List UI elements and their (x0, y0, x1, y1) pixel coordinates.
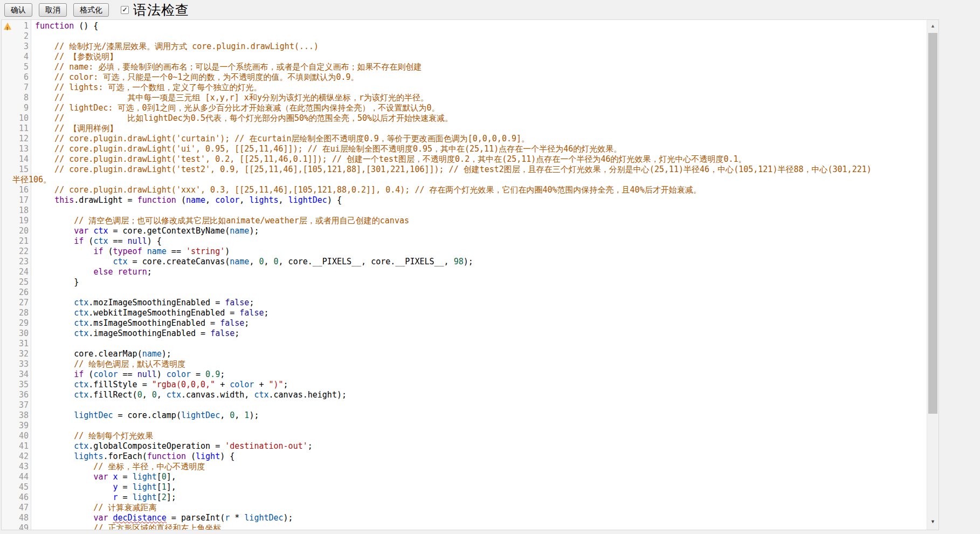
lint-marker-cell (2, 42, 12, 52)
code-text: // 【调用样例】 (31, 124, 118, 134)
line-number: 7 (12, 83, 31, 93)
code-text: var x = light[0], (31, 472, 176, 482)
lint-marker-cell (2, 52, 12, 62)
code-text: lights.forEach(function (light) { (31, 451, 234, 462)
lint-marker-cell: ! (2, 21, 12, 31)
line-number: 2 (12, 31, 31, 42)
line-number: 42 (12, 451, 31, 462)
code-text: // lightDec: 可选，0到1之间，光从多少百分比才开始衰减（在此范围内… (31, 103, 440, 113)
code-text: r = light[2]; (31, 492, 176, 503)
code-text: // core.plugin.drawLight('ui', 0.95, [[2… (31, 144, 622, 154)
line-number: 30 (12, 328, 31, 339)
line-number: 5 (12, 62, 31, 72)
lint-marker-cell (2, 103, 12, 113)
lint-marker-cell (2, 185, 12, 195)
cancel-button[interactable]: 取消 (39, 3, 67, 17)
code-text: // 绘制色调层，默认不透明度 (31, 359, 185, 369)
line-number: 23 (12, 257, 31, 267)
code-text: // 正方形区域的直径和左上角坐标 (31, 523, 221, 530)
code-editor[interactable]: !1function () {23 // 绘制灯光/漆黑层效果。调用方式 cor… (1, 19, 939, 530)
code-text: if (color == null) color = 0.9; (31, 369, 225, 380)
code-line: 33 // 绘制色调层，默认不透明度 (2, 359, 926, 369)
code-line: 30 ctx.imageSmoothingEnabled = false; (2, 328, 926, 339)
line-number: 10 (12, 113, 31, 124)
code-text: // lights: 可选，一个数组，定义了每个独立的灯光。 (31, 83, 261, 93)
code-line: 25 } (2, 277, 926, 287)
code-line: 23 ctx = core.createCanvas(name, 0, 0, c… (2, 257, 926, 267)
scrollbar-thumb[interactable] (928, 33, 937, 414)
code-text: // core.plugin.drawLight('curtain'); // … (31, 134, 529, 144)
code-text (31, 400, 35, 410)
lint-marker-cell (2, 421, 12, 431)
code-text (31, 421, 35, 431)
lint-marker-cell (2, 257, 12, 267)
syntax-check-checkbox[interactable]: ✓ (121, 6, 129, 14)
code-line: 22 if (typeof name == 'string') (2, 247, 926, 257)
line-number: 19 (12, 216, 31, 226)
lint-marker-cell (2, 287, 12, 298)
lint-marker-cell (2, 462, 12, 472)
lint-marker-cell (2, 247, 12, 257)
code-text (31, 287, 35, 298)
format-button[interactable]: 格式化 (73, 3, 109, 17)
code-text: ctx.globalCompositeOperation = 'destinat… (31, 441, 313, 451)
vertical-scrollbar[interactable]: ▲ ▼ (927, 20, 938, 530)
checkbox-check-icon: ✓ (122, 6, 127, 13)
code-text: // 坐标，半径，中心不透明度 (31, 462, 205, 472)
code-text: // 清空色调层；也可以修改成其它层比如animate/weather层，或者用… (31, 216, 409, 226)
code-text: // 比如lightDec为0.5代表，每个灯光部分内圈50%的范围全亮，50%… (31, 113, 453, 124)
code-line: 12 // core.plugin.drawLight('curtain'); … (2, 134, 926, 144)
code-line: 28 ctx.webkitImageSmoothingEnabled = fal… (2, 308, 926, 318)
code-line: 43 // 坐标，半径，中心不透明度 (2, 462, 926, 472)
code-text: // core.plugin.drawLight('test', 0.2, [[… (31, 154, 747, 165)
line-number: 8 (12, 93, 31, 103)
lint-marker-cell (2, 369, 12, 380)
code-line: 48 var decDistance = parseInt(r * lightD… (2, 513, 926, 523)
code-text: this.drawLight = function (name, color, … (31, 195, 342, 206)
line-number: 13 (12, 144, 31, 154)
lint-marker-cell (2, 410, 12, 421)
lint-marker-cell (2, 328, 12, 339)
code-text: if (typeof name == 'string') (31, 247, 230, 257)
scroll-up-button[interactable]: ▲ (927, 21, 938, 31)
lint-marker-cell (2, 298, 12, 308)
lint-marker-cell (2, 318, 12, 328)
code-line: 19 // 清空色调层；也可以修改成其它层比如animate/weather层，… (2, 216, 926, 226)
line-number: 33 (12, 359, 31, 369)
lint-marker-cell (2, 31, 12, 42)
code-rows[interactable]: !1function () {23 // 绘制灯光/漆黑层效果。调用方式 cor… (2, 21, 926, 530)
line-number: 35 (12, 380, 31, 390)
code-text: ctx.mozImageSmoothingEnabled = false; (31, 298, 254, 308)
code-line: 45 y = light[1], (2, 482, 926, 492)
line-number: 20 (12, 226, 31, 236)
lint-marker-cell (2, 154, 12, 165)
line-number: 45 (12, 482, 31, 492)
lint-marker-cell (2, 236, 12, 247)
lint-marker-cell (2, 124, 12, 134)
line-number: 26 (12, 287, 31, 298)
line-number: 14 (12, 154, 31, 165)
lint-marker-cell (2, 349, 12, 359)
lint-marker-cell (2, 359, 12, 369)
line-number: 39 (12, 421, 31, 431)
lint-marker-cell (2, 431, 12, 441)
code-text: ctx.fillRect(0, 0, ctx.canvas.width, ctx… (31, 390, 347, 400)
line-number: 15 (12, 165, 31, 175)
lint-marker-cell (2, 62, 12, 72)
lint-marker-cell (2, 165, 12, 175)
code-text: // 其中每一项是三元组 [x,y,r] x和y分别为该灯光的横纵坐标，r为该灯… (31, 93, 429, 103)
code-text (31, 31, 35, 42)
code-text: // 绘制每个灯光效果 (31, 431, 153, 441)
code-text: core.clearMap(name); (31, 349, 171, 359)
line-number: 27 (12, 298, 31, 308)
code-line: 5 // name: 必填，要绘制到的画布名；可以是一个系统画布，或者是个自定义… (2, 62, 926, 72)
scroll-down-button[interactable]: ▼ (927, 517, 938, 526)
code-line: 40 // 绘制每个灯光效果 (2, 431, 926, 441)
code-line: 16 // core.plugin.drawLight('xxx', 0.3, … (2, 185, 926, 195)
confirm-button[interactable]: 确认 (4, 3, 32, 17)
code-text: // color: 可选，只能是一个0~1之间的数，为不透明度的值。不填则默认为… (31, 72, 359, 83)
lint-marker-cell (2, 144, 12, 154)
code-line: 10 // 比如lightDec为0.5代表，每个灯光部分内圈50%的范围全亮，… (2, 113, 926, 124)
lint-marker-cell (2, 380, 12, 390)
line-number: 25 (12, 277, 31, 287)
